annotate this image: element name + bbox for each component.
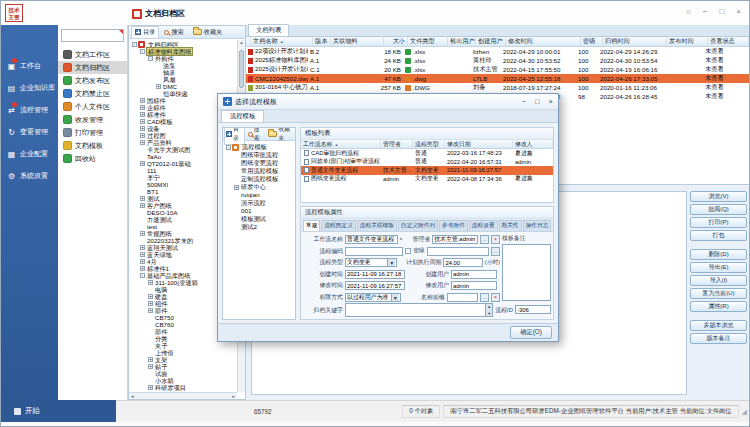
expander-icon[interactable]: + bbox=[140, 203, 145, 208]
perm-mode-select[interactable]: 以过程用户为准 bbox=[345, 293, 401, 302]
props-tab[interactable]: 流程图定义 bbox=[321, 220, 355, 231]
expander-icon[interactable]: + bbox=[140, 98, 145, 103]
column-header[interactable]: 修改日期 bbox=[445, 140, 513, 148]
column-header[interactable]: 文档名称 ▲ bbox=[251, 37, 313, 46]
props-tab[interactable]: 常规 bbox=[303, 220, 320, 231]
secret-field[interactable] bbox=[427, 247, 489, 256]
wf-name-field[interactable]: 普通文件变更流程 bbox=[345, 235, 398, 244]
tree-node[interactable]: 试验 bbox=[130, 370, 237, 377]
tree-node[interactable]: - 流程模板 bbox=[224, 143, 294, 151]
action-button[interactable]: 置为当前(U) bbox=[690, 288, 747, 299]
scroll-thumb[interactable] bbox=[239, 50, 244, 88]
props-tab[interactable]: 流程设置 bbox=[469, 220, 498, 231]
expander-icon[interactable]: + bbox=[148, 301, 153, 306]
workspace-item[interactable]: 文档模板 bbox=[58, 139, 127, 152]
tree-node[interactable]: - 外购件 bbox=[130, 55, 237, 62]
dialog-control-icon[interactable]: × bbox=[549, 97, 553, 106]
column-header[interactable]: 查看状态 bbox=[708, 37, 749, 46]
expander-icon[interactable]: + bbox=[148, 357, 153, 362]
flow-code-field[interactable] bbox=[345, 247, 403, 256]
ok-button[interactable]: 确定(O) bbox=[510, 326, 552, 339]
secret-checkbox[interactable] bbox=[405, 248, 411, 254]
dialog-control-icon[interactable]: □ bbox=[535, 97, 540, 106]
action-button[interactable]: 删除(D) bbox=[690, 249, 747, 260]
window-control-icon[interactable]: □ bbox=[719, 8, 724, 16]
action-button[interactable]: 导出(E) bbox=[690, 262, 747, 273]
keyword-field[interactable]: ▲▼ bbox=[345, 303, 493, 317]
nav-item[interactable]: ⇄ 流程管理 bbox=[1, 99, 58, 121]
tree-node[interactable]: 定制流程模板 bbox=[224, 175, 294, 183]
table-row[interactable]: CMC22042502.dwg A.1 47 KB .dwg LTLB 2022… bbox=[246, 74, 749, 83]
column-header[interactable]: 修改人 bbox=[513, 140, 553, 148]
tree-hscrollbar[interactable]: ◄► bbox=[129, 392, 237, 399]
column-header[interactable]: 修改时间 bbox=[506, 37, 581, 46]
props-tab[interactable]: 自定义附件列 bbox=[398, 220, 438, 231]
action-button[interactable]: 多版本浏览 bbox=[690, 320, 747, 331]
expander-icon[interactable]: + bbox=[148, 294, 153, 299]
expander-icon[interactable]: + bbox=[140, 196, 145, 201]
flow-type-select[interactable]: 文档变更 bbox=[345, 258, 397, 267]
search-input[interactable] bbox=[62, 36, 123, 47]
secret-browse-button[interactable]: … bbox=[491, 247, 500, 256]
expander-icon[interactable]: + bbox=[140, 119, 145, 124]
tree-node[interactable]: 图纸变更流程 bbox=[224, 159, 294, 167]
workspace-search[interactable] bbox=[61, 29, 124, 42]
workspace-item[interactable]: 文档工作区 bbox=[58, 48, 127, 61]
browse-button[interactable]: … bbox=[480, 235, 489, 244]
expander-icon[interactable]: + bbox=[140, 231, 145, 236]
tab-directory[interactable]: 目录 bbox=[131, 26, 159, 39]
template-row[interactable]: CAD审批归档流程 普通 2022-03-16 17:48:23 夏进鑫 bbox=[301, 149, 553, 158]
notes-textarea[interactable] bbox=[502, 244, 551, 301]
template-row[interactable]: 回款单(部门)结审申请流程 普通 2022-04-20 16:57:31 adm… bbox=[301, 158, 553, 167]
action-button[interactable]: 批阅(Q) bbox=[690, 204, 747, 215]
table-row[interactable]: 22项设计开发计划表_002.xlsx B.2 18 KB .xlsx lizh… bbox=[246, 47, 749, 56]
workspace-item[interactable]: 个人文件区 bbox=[58, 100, 127, 113]
column-header[interactable]: 创建用户 bbox=[476, 37, 506, 46]
tree-node[interactable]: - 标准物料库图纸 bbox=[130, 48, 237, 55]
workspace-item[interactable]: 回收站 bbox=[58, 152, 127, 165]
tree-node[interactable]: 轴承 bbox=[130, 69, 237, 76]
expander-icon[interactable]: - bbox=[140, 273, 145, 278]
tab-doc-list[interactable]: 文档列表 bbox=[248, 24, 289, 36]
expander-icon[interactable]: + bbox=[140, 161, 145, 166]
tree-node[interactable]: 图纸审批流程 bbox=[224, 151, 294, 159]
tree-node[interactable]: 小水箱 bbox=[130, 377, 237, 384]
tab-flow-template[interactable]: 流程模板 bbox=[221, 110, 264, 122]
expander-icon[interactable]: + bbox=[148, 385, 153, 390]
resize-grip[interactable]: ◢ bbox=[742, 408, 747, 416]
column-header[interactable]: 管理者 bbox=[381, 140, 413, 148]
action-button[interactable]: 打包 bbox=[690, 230, 747, 241]
expander-icon[interactable]: + bbox=[148, 364, 153, 369]
column-header[interactable]: 文件类型 bbox=[408, 37, 448, 46]
expander-icon[interactable]: + bbox=[148, 280, 153, 285]
tree-node[interactable]: 常用流程模板 bbox=[224, 167, 294, 175]
expander-icon[interactable]: - bbox=[148, 56, 153, 61]
action-button[interactable]: 导入(I) bbox=[690, 275, 747, 286]
table-row[interactable]: 2025标准物料库图纸设计开... A.1 24 KB .xlsx 黄桂玲 20… bbox=[246, 56, 749, 65]
table-row[interactable]: 301-0164 中心铣刀.DWG A.1 257 KB .DWG 刘备 201… bbox=[246, 83, 749, 92]
tree-node[interactable]: 上传值 bbox=[130, 349, 237, 356]
nav-item[interactable]: ↻ 变更管理 bbox=[1, 121, 58, 143]
column-header[interactable]: 发布时间 bbox=[667, 37, 708, 46]
column-header[interactable]: 关联物料 bbox=[331, 37, 384, 46]
tree-node[interactable]: + 科研发项目 bbox=[130, 384, 237, 391]
tree-node[interactable]: ruiqian bbox=[224, 191, 294, 199]
action-button[interactable]: 打印(P) bbox=[690, 217, 747, 228]
column-header[interactable]: 大小 bbox=[384, 37, 408, 46]
tree-node[interactable]: + DMC bbox=[130, 83, 237, 90]
start-button[interactable]: 开始 bbox=[1, 400, 116, 422]
workspace-item[interactable]: 收发管理 bbox=[58, 113, 127, 126]
template-row[interactable]: 图纸变更流程 admin 文档变更 2022-04-08 17:34:36 夏进… bbox=[301, 175, 553, 184]
expander-icon[interactable]: + bbox=[140, 266, 145, 271]
window-control-icon[interactable]: × bbox=[736, 8, 741, 16]
dialog-control-icon[interactable]: − bbox=[522, 97, 526, 106]
workspace-item[interactable]: 文档归档区 bbox=[58, 61, 127, 74]
expander-icon[interactable]: - bbox=[226, 145, 231, 150]
tree-node[interactable]: 演示流程 bbox=[224, 199, 294, 207]
cycle-field[interactable]: 24.00 bbox=[443, 258, 482, 267]
action-button[interactable]: 属性(R) bbox=[690, 301, 747, 312]
tree-node[interactable]: + 支架 bbox=[130, 356, 237, 363]
template-row[interactable]: 普通文件变更流程 技术主管... 文档变更 2021-11-09 16:27:5… bbox=[301, 166, 553, 175]
window-control-icon[interactable]: ○ bbox=[686, 8, 691, 16]
workspace-item[interactable]: 文档禁止区 bbox=[58, 87, 127, 100]
